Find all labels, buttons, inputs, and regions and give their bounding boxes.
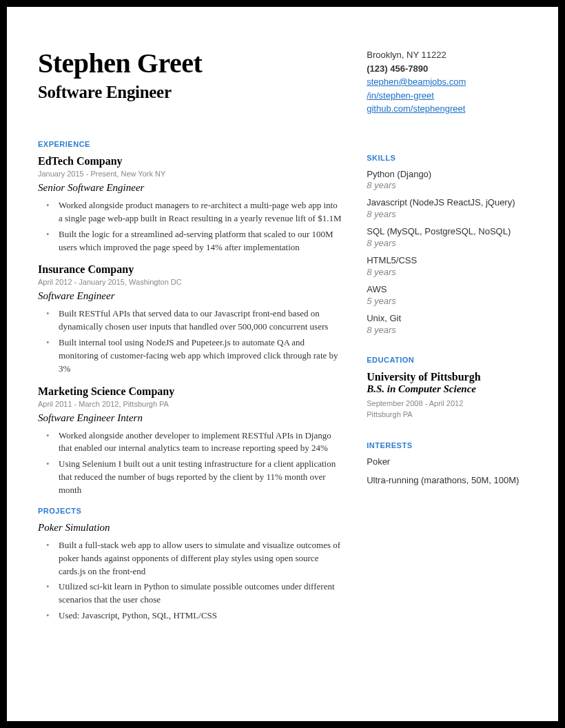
- contact-github-link[interactable]: github.com/stephengreet: [367, 103, 465, 114]
- company-name: Insurance Company: [38, 263, 342, 276]
- education-heading: EDUCATION: [367, 356, 527, 364]
- skill-item: Javascript (NodeJS ReactJS, jQuery) 8 ye…: [367, 197, 527, 219]
- interest-item: Poker: [367, 456, 527, 468]
- interest-item: Ultra-running (marathons, 50M, 100M): [367, 475, 527, 487]
- experience-entry: Insurance Company April 2012 - January 2…: [38, 263, 342, 375]
- contact-phone: (123) 456-7890: [367, 62, 527, 76]
- company-name: EdTech Company: [38, 155, 342, 168]
- education-location: Pittsburgh PA: [367, 409, 527, 421]
- bullet-item: Built the logic for a streamlined ad-ser…: [59, 228, 342, 254]
- project-name: Poker Simulation: [38, 522, 342, 534]
- skill-item: AWS 5 years: [367, 284, 527, 306]
- experience-entry: EdTech Company January 2015 - Present, N…: [38, 155, 342, 254]
- education-degree: B.S. in Computer Science: [367, 383, 527, 395]
- bullet-item: Using Selenium I built out a unit testin…: [59, 458, 342, 497]
- job-title: Software Engineer: [38, 83, 342, 102]
- experience-heading: EXPERIENCE: [38, 140, 342, 148]
- education-school: University of Pittsburgh: [367, 371, 527, 383]
- skill-years: 8 years: [367, 209, 527, 219]
- bullet-list: Built RESTful APIs that served data to o…: [38, 307, 342, 375]
- contact-location: Brooklyn, NY 11222: [367, 48, 527, 62]
- person-name: Stephen Greet: [38, 48, 342, 79]
- bullet-item: Utilized sci-kit learn in Python to simu…: [59, 580, 342, 607]
- job-dates: April 2012 - January 2015, Washington DC: [38, 278, 342, 286]
- job-role: Software Engineer: [38, 290, 342, 302]
- contact-email-link[interactable]: stephen@beamjobs.com: [367, 77, 466, 87]
- education-dates: September 2008 - April 2012: [367, 398, 527, 410]
- skill-years: 5 years: [367, 296, 527, 306]
- skill-name: Unix, Git: [367, 313, 527, 325]
- bullet-item: Built RESTful APIs that served data to o…: [59, 307, 342, 334]
- skills-heading: SKILLS: [367, 154, 527, 162]
- skill-years: 8 years: [367, 325, 527, 335]
- bullet-item: Built a full-stack web app to allow user…: [59, 539, 342, 578]
- job-role: Senior Software Engineer: [38, 182, 342, 194]
- projects-heading: PROJECTS: [38, 507, 342, 515]
- skill-name: Javascript (NodeJS ReactJS, jQuery): [367, 197, 527, 209]
- skill-item: Python (Django) 8 years: [367, 169, 527, 191]
- job-dates: April 2011 - March 2012, Pittsburgh PA: [38, 400, 342, 408]
- skill-name: Python (Django): [367, 169, 527, 181]
- experience-entry: Marketing Science Company April 2011 - M…: [38, 385, 342, 497]
- bullet-item: Built internal tool using NodeJS and Pup…: [59, 336, 342, 376]
- interests-heading: INTERESTS: [367, 441, 527, 449]
- skill-name: SQL (MySQL, PostgreSQL, NoSQL): [367, 226, 527, 238]
- bullet-list: Worked alongside another developer to im…: [38, 429, 342, 497]
- skill-years: 8 years: [367, 180, 527, 190]
- skill-item: HTML5/CSS 8 years: [367, 255, 527, 277]
- bullet-list: Built a full-stack web app to allow user…: [38, 539, 342, 623]
- bullet-item: Worked alongside product managers to re-…: [59, 199, 342, 225]
- skill-item: SQL (MySQL, PostgreSQL, NoSQL) 8 years: [367, 226, 527, 248]
- bullet-item: Worked alongside another developer to im…: [59, 429, 342, 456]
- bullet-list: Worked alongside product managers to re-…: [38, 199, 342, 254]
- bullet-item: Used: Javascript, Python, SQL, HTML/CSS: [59, 609, 342, 623]
- skill-years: 8 years: [367, 238, 527, 248]
- skill-item: Unix, Git 8 years: [367, 313, 527, 335]
- resume-page: Stephen Greet Software Engineer EXPERIEN…: [7, 7, 558, 721]
- project-entry: Poker Simulation Built a full-stack web …: [38, 522, 342, 623]
- skill-name: HTML5/CSS: [367, 255, 527, 267]
- skill-years: 8 years: [367, 267, 527, 277]
- job-dates: January 2015 - Present, New York NY: [38, 170, 342, 178]
- education-entry: University of Pittsburgh B.S. in Compute…: [367, 371, 527, 421]
- main-column: Stephen Greet Software Engineer EXPERIEN…: [38, 48, 342, 694]
- job-role: Software Engineer Intern: [38, 412, 342, 424]
- contact-block: Brooklyn, NY 11222 (123) 456-7890 stephe…: [367, 48, 527, 116]
- contact-linkedin-link[interactable]: /in/stephen-greet: [367, 90, 434, 101]
- side-column: Brooklyn, NY 11222 (123) 456-7890 stephe…: [367, 48, 527, 694]
- company-name: Marketing Science Company: [38, 385, 342, 398]
- skill-name: AWS: [367, 284, 527, 296]
